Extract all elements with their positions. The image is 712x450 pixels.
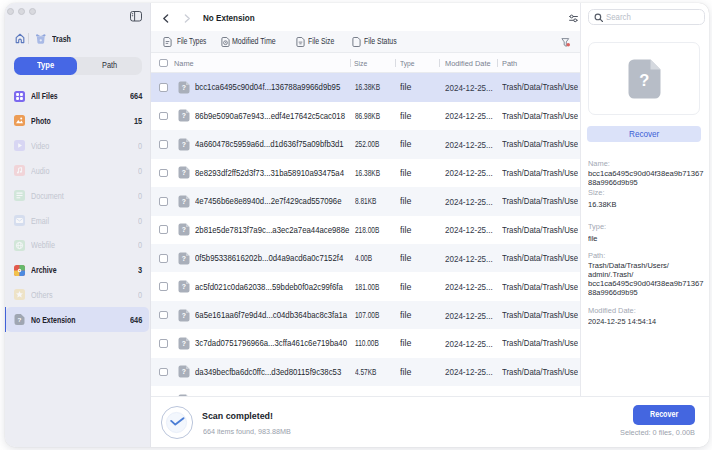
svg-text:?: ? <box>182 369 186 376</box>
svg-text:?: ? <box>182 198 186 205</box>
svg-text:?: ? <box>182 84 186 91</box>
svg-text:?: ? <box>182 283 186 290</box>
svg-text:?: ? <box>182 141 186 148</box>
svg-text:?: ? <box>182 255 186 262</box>
svg-text:?: ? <box>182 113 186 120</box>
svg-text:?: ? <box>182 340 186 347</box>
svg-text:?: ? <box>17 316 21 323</box>
svg-text:?: ? <box>182 226 186 233</box>
svg-text:?: ? <box>639 71 649 89</box>
svg-text:?: ? <box>182 169 186 176</box>
svg-text:?: ? <box>182 312 186 319</box>
